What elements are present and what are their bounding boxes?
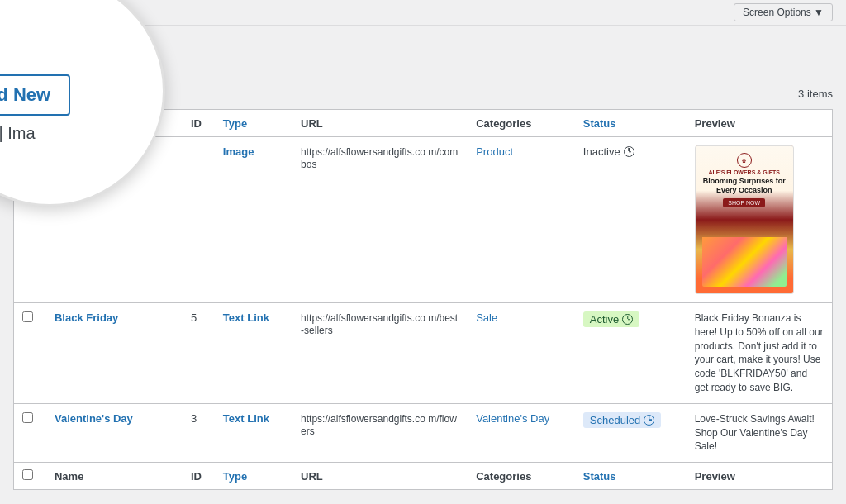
zoom-subtext: ks (3) | Ima bbox=[0, 124, 36, 143]
row1-clock-icon bbox=[624, 146, 634, 157]
row1-id bbox=[183, 137, 215, 303]
row1-url: https://alfsflowersandgifts.co m/combos bbox=[292, 137, 468, 303]
table-row: Black Friday 5 Text Link https://alfsflo… bbox=[14, 303, 833, 404]
row1-category-link[interactable]: Product bbox=[476, 145, 513, 158]
row3-status-text: Scheduled bbox=[590, 414, 640, 426]
row1-status: Inactive bbox=[575, 137, 687, 303]
preview-headline: Blooming Surprises for Every Occasion bbox=[702, 177, 787, 195]
footer-id: ID bbox=[183, 463, 215, 490]
row3-id: 3 bbox=[183, 403, 215, 462]
footer-status[interactable]: Status bbox=[575, 463, 687, 490]
row2-checkbox[interactable] bbox=[22, 311, 33, 322]
row2-categories: Sale bbox=[468, 303, 575, 404]
row2-url: https://alfsflowersandgifts.co m/best-se… bbox=[292, 303, 468, 404]
row1-url-text: https://alfsflowersandgifts.co m/combos bbox=[301, 146, 458, 170]
row3-categories: Valentine's Day bbox=[468, 403, 575, 462]
row3-clock-icon bbox=[644, 415, 654, 426]
preview-flowers bbox=[702, 237, 787, 287]
row2-preview: Black Friday Bonanza is here! Up to 50% … bbox=[687, 303, 833, 404]
footer-type[interactable]: Type bbox=[215, 463, 292, 490]
row2-status: Active bbox=[575, 303, 687, 404]
header-categories: Categories bbox=[468, 110, 575, 137]
table-row: Valentine's Day 3 Text Link https://alfs… bbox=[14, 403, 833, 462]
row3-name: Valentine's Day bbox=[46, 403, 183, 462]
row2-type: Text Link bbox=[215, 303, 292, 404]
footer-name: Name bbox=[46, 463, 183, 490]
header-type[interactable]: Type bbox=[215, 110, 292, 137]
zoom-add-new-button[interactable]: Add New bbox=[0, 74, 70, 116]
row2-status-text: Active bbox=[590, 313, 619, 326]
header-url: URL bbox=[292, 110, 468, 137]
row3-status-badge: Scheduled bbox=[583, 412, 661, 428]
header-status[interactable]: Status bbox=[575, 110, 687, 137]
row3-status: Scheduled bbox=[575, 403, 687, 462]
footer-preview: Preview bbox=[687, 463, 833, 490]
row2-name: Black Friday bbox=[46, 303, 183, 404]
row2-clock-icon bbox=[622, 314, 633, 325]
footer-check-col bbox=[14, 463, 46, 490]
footer-select-all-checkbox[interactable] bbox=[22, 469, 33, 480]
screen-options-button[interactable]: Screen Options ▼ bbox=[734, 3, 833, 21]
footer-categories: Categories bbox=[468, 463, 575, 490]
row3-preview-text: Love-Struck Savings Await! Shop Our Vale… bbox=[695, 413, 815, 453]
table-footer-row: Name ID Type URL Categories Status Previ… bbox=[14, 463, 833, 490]
row2-preview-text: Black Friday Bonanza is here! Up to 50% … bbox=[695, 312, 824, 393]
row2-id: 5 bbox=[183, 303, 215, 404]
preview-shop-btn: SHOP NOW bbox=[723, 198, 765, 207]
row2-url-text: https://alfsflowersandgifts.co m/best-se… bbox=[301, 312, 458, 336]
zoom-content: es Add New ks (3) | Ima bbox=[0, 23, 163, 159]
row1-status-text: Inactive bbox=[583, 145, 620, 158]
row3-type: Text Link bbox=[215, 403, 292, 462]
row2-name-link[interactable]: Black Friday bbox=[55, 311, 118, 324]
row3-checkbox[interactable] bbox=[22, 412, 33, 423]
header-id: ID bbox=[183, 110, 215, 137]
row1-type-link[interactable]: Image bbox=[223, 145, 254, 158]
row1-preview: ✿ ALF'S FLOWERS & GIFTS Blooming Surpris… bbox=[687, 137, 833, 303]
row3-check bbox=[14, 403, 46, 462]
row2-type-link[interactable]: Text Link bbox=[223, 311, 269, 324]
row3-preview: Love-Struck Savings Await! Shop Our Vale… bbox=[687, 403, 833, 462]
row3-url: https://alfsflowersandgifts.co m/flowers bbox=[292, 403, 468, 462]
row1-preview-image: ✿ ALF'S FLOWERS & GIFTS Blooming Surpris… bbox=[695, 145, 794, 294]
row3-name-link[interactable]: Valentine's Day bbox=[55, 412, 133, 425]
row3-url-text: https://alfsflowersandgifts.co m/flowers bbox=[301, 413, 457, 437]
row2-check bbox=[14, 303, 46, 404]
preview-brand: ALF'S FLOWERS & GIFTS bbox=[708, 169, 779, 175]
row3-category-link[interactable]: Valentine's Day bbox=[476, 412, 549, 425]
row1-type: Image bbox=[215, 137, 292, 303]
row2-status-badge: Active bbox=[583, 311, 639, 327]
row3-type-link[interactable]: Text Link bbox=[223, 412, 269, 425]
row2-category-link[interactable]: Sale bbox=[476, 311, 497, 324]
preview-logo: ✿ bbox=[737, 153, 752, 168]
row1-categories: Product bbox=[468, 137, 575, 303]
header-preview: Preview bbox=[687, 110, 833, 137]
items-count: 3 items bbox=[798, 88, 833, 100]
footer-url: URL bbox=[292, 463, 468, 490]
row1-status-badge: Inactive bbox=[583, 145, 634, 158]
